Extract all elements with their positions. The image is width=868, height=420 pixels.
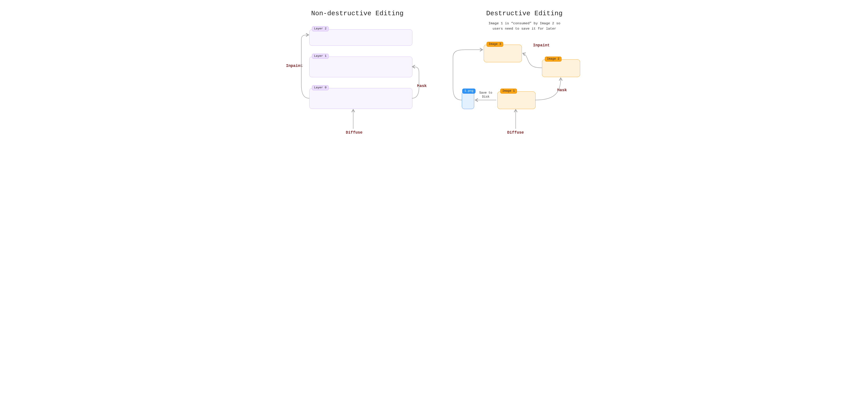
tag-image-2: Image 2 (545, 57, 562, 62)
heading-destructive: Destructive Editing (486, 10, 563, 17)
box-layer-1 (309, 57, 412, 77)
label-save-to-disk: Save to Disk (478, 91, 494, 99)
op-diffuse-right: Diffuse (507, 130, 524, 135)
box-layer-2 (309, 29, 412, 46)
op-mask-right: Mask (557, 88, 567, 92)
diagram-canvas: Non-destructive Editing Layer 2 Layer 1 … (260, 0, 608, 168)
subtitle-destructive: Image 1 is “consumed” by Image 2 so user… (469, 21, 580, 31)
op-mask-left: Mask (417, 84, 427, 88)
op-inpaint-left: Inpaint (286, 64, 303, 68)
box-image-2 (542, 59, 580, 77)
tag-layer-1: Layer 1 (312, 54, 329, 59)
box-image-1 (497, 91, 535, 109)
tag-file-png: 1.png (462, 89, 476, 94)
tag-image-1: Image 1 (500, 89, 517, 94)
box-image-3 (484, 44, 522, 62)
op-diffuse-left: Diffuse (346, 130, 363, 135)
heading-non-destructive: Non-destructive Editing (311, 10, 404, 17)
tag-layer-0: Layer 0 (312, 85, 329, 90)
box-file-png (462, 91, 474, 109)
box-layer-0 (309, 88, 412, 109)
tag-layer-2: Layer 2 (312, 26, 329, 31)
tag-image-3: Image 3 (487, 42, 503, 47)
op-inpaint-right: Inpaint (533, 43, 550, 48)
